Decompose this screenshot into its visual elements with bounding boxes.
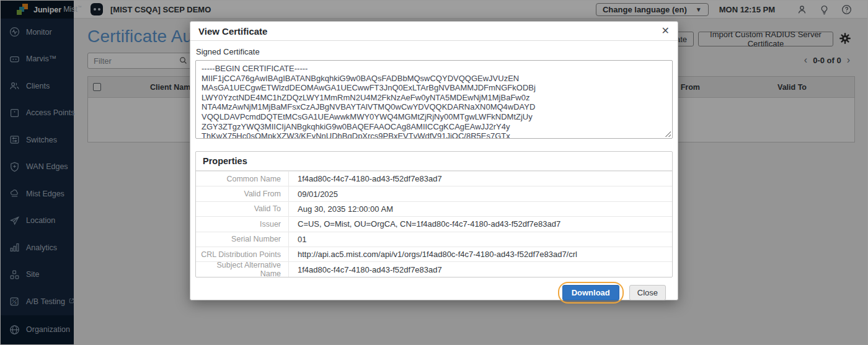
view-certificate-modal: View Certificate ✕ Signed Certificate --… <box>190 21 678 300</box>
property-row-subject-alternative-name: Subject Alternative Name 1f4ad80c-f4c7-4… <box>196 261 672 276</box>
modal-footer: Download Close <box>195 277 673 304</box>
download-highlight-ring: Download <box>558 282 624 304</box>
signed-certificate-label: Signed Certificate <box>196 47 673 56</box>
app-window: Juniper Mist™ [MIST CSQA] SCEP DEMO Chan… <box>0 0 868 345</box>
certificate-text: -----BEGIN CERTIFICATE----- MIIF1jCCA76g… <box>202 64 666 139</box>
property-row-serial-number: Serial Number 01 <box>196 232 672 247</box>
properties-heading: Properties <box>196 152 672 171</box>
properties-panel: Properties Common Name 1f4ad80c-f4c7-418… <box>195 151 673 277</box>
close-icon[interactable]: ✕ <box>662 26 670 36</box>
modal-title: View Certificate <box>198 26 267 37</box>
download-button[interactable]: Download <box>562 285 619 300</box>
property-row-common-name: Common Name 1f4ad80c-f4c7-4180-ad43-f52d… <box>196 171 672 186</box>
property-row-valid-from: Valid From 09/01/2025 <box>196 186 672 201</box>
modal-header: View Certificate ✕ <box>190 22 678 41</box>
signed-certificate-textarea[interactable]: -----BEGIN CERTIFICATE----- MIIF1jCCA76g… <box>195 60 673 139</box>
property-row-valid-to: Valid To Aug 30, 2035 12:00:00 AM <box>196 201 672 216</box>
close-button[interactable]: Close <box>629 285 666 300</box>
property-row-issuer: Issuer C=US, O=Mist, OU=OrgCA, CN=1f4ad8… <box>196 216 672 231</box>
property-row-crl-distribution-points: CRL Distribution Points http://api.ac5.m… <box>196 247 672 261</box>
